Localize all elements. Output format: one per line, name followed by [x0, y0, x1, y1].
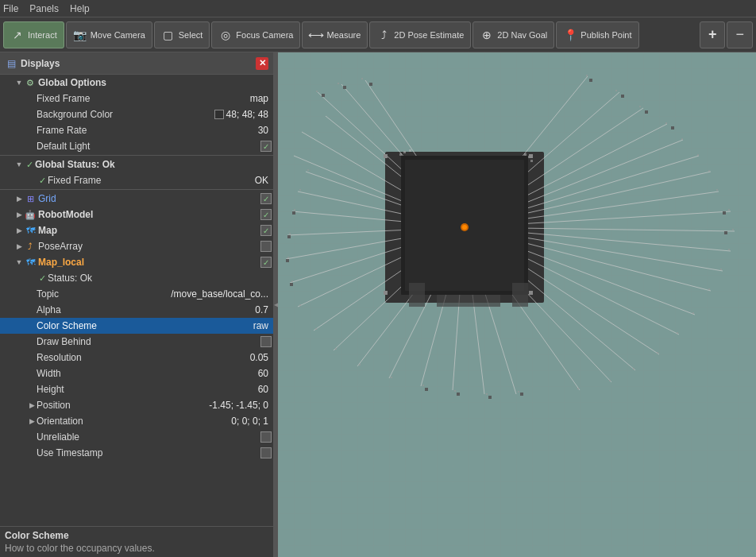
svg-rect-101: [399, 153, 402, 156]
svg-rect-106: [530, 160, 533, 162]
svg-rect-45: [369, 83, 372, 86]
plus-button[interactable]: +: [700, 21, 726, 48]
svg-rect-50: [723, 211, 726, 215]
interact-button[interactable]: ↗ Interact: [3, 21, 64, 48]
nav-goal-button[interactable]: ⊕ 2D Nav Goal: [472, 21, 554, 48]
menu-help[interactable]: Help: [70, 3, 90, 14]
alpha-row[interactable]: ▶ Alpha 0.7: [0, 302, 273, 318]
position-arrow[interactable]: ▶: [27, 401, 37, 409]
grid-checkbox[interactable]: [260, 193, 272, 204]
svg-rect-57: [287, 235, 291, 238]
pose-array-arrow[interactable]: ▶: [14, 242, 24, 250]
background-color-value: 48; 48; 48: [226, 109, 272, 120]
resolution-row[interactable]: ▶ Resolution 0.05: [0, 350, 273, 366]
svg-rect-82: [518, 391, 519, 393]
robot-model-row[interactable]: ▶ 🤖 RobotModel: [0, 207, 273, 222]
orientation-arrow[interactable]: ▶: [27, 417, 37, 425]
grid-arrow[interactable]: ▶: [14, 195, 24, 203]
svg-rect-88: [335, 348, 337, 350]
status-title: Color Scheme: [5, 530, 268, 541]
publish-point-label: Publish Point: [580, 30, 631, 40]
unreliable-checkbox[interactable]: [260, 431, 272, 443]
default-light-row[interactable]: ▶ Default Light: [0, 138, 273, 154]
viewport[interactable]: [278, 52, 756, 557]
pose-array-row[interactable]: ▶ ⤴ PoseArray: [0, 238, 273, 254]
svg-rect-73: [728, 249, 730, 250]
robot-model-arrow[interactable]: ▶: [14, 211, 24, 219]
width-row[interactable]: ▶ Width 60: [0, 366, 273, 381]
map-local-checkbox[interactable]: [260, 257, 272, 268]
svg-rect-69: [708, 170, 710, 172]
pose-array-checkbox[interactable]: [260, 241, 272, 252]
global-options-row[interactable]: ▼ ⚙ Global Options: [0, 75, 273, 91]
map-arrow[interactable]: ▶: [14, 226, 24, 234]
nav-goal-label: 2D Nav Goal: [497, 30, 547, 40]
svg-rect-63: [586, 75, 588, 76]
select-button[interactable]: ▢ Select: [154, 21, 210, 48]
fixed-frame-row[interactable]: ▶ Fixed Frame map: [0, 91, 273, 106]
orientation-row[interactable]: ▶ Orientation 0; 0; 0; 1: [0, 413, 273, 429]
menu-panels[interactable]: Panels: [29, 3, 59, 14]
svg-rect-66: [665, 122, 667, 124]
focus-camera-icon: ◎: [218, 28, 233, 42]
map-local-label: Map_local: [38, 257, 260, 268]
global-options-arrow[interactable]: ▼: [14, 79, 24, 87]
panel-close-button[interactable]: ✕: [256, 57, 268, 70]
svg-rect-76: [692, 312, 694, 314]
minus-button[interactable]: −: [727, 21, 753, 48]
menu-file[interactable]: File: [3, 3, 18, 14]
global-status-arrow[interactable]: ▼: [14, 161, 24, 168]
global-options-label: Global Options: [38, 77, 272, 88]
draw-behind-row[interactable]: ▶ Draw Behind: [0, 334, 273, 350]
height-row[interactable]: ▶ Height 60: [0, 381, 273, 397]
default-light-checkbox[interactable]: [260, 141, 272, 152]
position-label: Position: [37, 400, 209, 411]
map-local-arrow[interactable]: ▼: [14, 258, 24, 266]
svg-rect-46: [589, 79, 592, 82]
robot-model-checkbox[interactable]: [260, 209, 272, 220]
status-bar: Color Scheme How to color the occupancy …: [0, 526, 273, 557]
pose-estimate-button[interactable]: ⤴ 2D Pose Estimate: [369, 21, 471, 48]
use-timestamp-checkbox[interactable]: [260, 447, 272, 458]
svg-rect-84: [454, 390, 456, 392]
map-label: Map: [38, 225, 260, 236]
focus-camera-button[interactable]: ◎ Focus Camera: [211, 21, 300, 48]
topic-row[interactable]: ▶ Topic /move_base/local_co...: [0, 286, 273, 302]
main-layout: ▤ Displays ✕ ▼ ⚙ Global Options ▶ Fixed …: [0, 52, 756, 557]
unreliable-row[interactable]: ▶ Unreliable: [0, 429, 273, 445]
map-local-status-row[interactable]: ▶ ✓ Status: Ok: [0, 270, 273, 286]
move-camera-button[interactable]: 📷 Move Camera: [66, 21, 152, 48]
unreliable-label: Unreliable: [37, 431, 260, 443]
svg-rect-67: [681, 138, 683, 140]
position-row[interactable]: ▶ Position -1.45; -1.45; 0: [0, 397, 273, 413]
svg-rect-77: [677, 332, 678, 334]
publish-point-button[interactable]: 📍 Publish Point: [556, 21, 638, 48]
use-timestamp-row[interactable]: ▶ Use Timestamp: [0, 445, 273, 461]
map-row[interactable]: ▶ 🗺 Map: [0, 222, 273, 238]
svg-rect-80: [609, 380, 611, 381]
background-color-row[interactable]: ▶ Background Color 48; 48; 48: [0, 106, 273, 122]
draw-behind-checkbox[interactable]: [260, 336, 272, 347]
frame-rate-row[interactable]: ▶ Frame Rate 30: [0, 122, 273, 138]
svg-rect-81: [577, 388, 579, 389]
tree-content[interactable]: ▼ ⚙ Global Options ▶ Fixed Frame map ▶ B…: [0, 75, 273, 526]
robot-model-icon: 🤖: [24, 208, 37, 221]
default-light-label: Default Light: [37, 141, 260, 152]
svg-rect-54: [457, 393, 460, 396]
global-status-check: ✓: [24, 160, 35, 170]
width-label: Width: [37, 368, 258, 379]
map-local-status-label: Status: Ok: [48, 273, 272, 284]
grid-row[interactable]: ▶ ⊞ Grid: [0, 191, 273, 207]
move-camera-label: Move Camera: [91, 30, 145, 40]
map-checkbox[interactable]: [260, 225, 272, 236]
global-status-row[interactable]: ▼ ✓ Global Status: Ok: [0, 157, 273, 172]
svg-rect-68: [697, 154, 699, 156]
color-scheme-row[interactable]: ▶ Color Scheme raw: [0, 318, 273, 334]
map-local-row[interactable]: ▼ 🗺 Map_local: [0, 254, 273, 270]
svg-rect-83: [486, 393, 488, 395]
topic-value: /move_base/local_co...: [171, 288, 272, 300]
divider2: [0, 189, 273, 190]
fixed-frame-status-row[interactable]: ▶ ✓ Fixed Frame OK: [0, 172, 273, 188]
measure-button[interactable]: ⟷ Measure: [302, 21, 368, 48]
alpha-label: Alpha: [37, 304, 255, 315]
